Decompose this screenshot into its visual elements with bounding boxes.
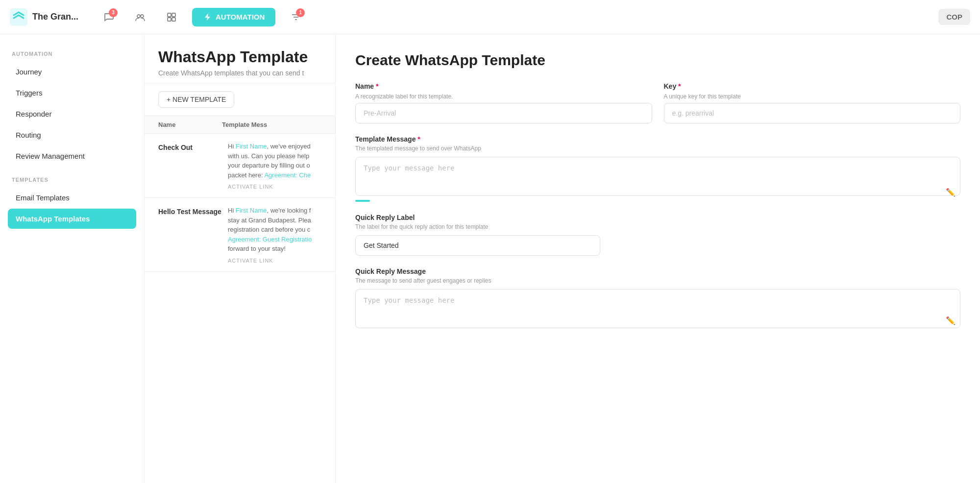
quick-reply-message-textarea[interactable] — [355, 289, 960, 328]
template-message-label: Template Message * — [355, 135, 960, 143]
template-name: Check Out — [158, 142, 222, 190]
template-name: Hello Test Message — [158, 206, 222, 264]
sidebar-item-routing[interactable]: Routing — [8, 125, 136, 145]
key-label: Key * — [664, 82, 961, 90]
activate-link: ACTIVATE LINK — [228, 184, 321, 190]
key-required: * — [678, 82, 681, 90]
name-key-row: Name * A recognizable label for this tem… — [355, 82, 960, 123]
quick-reply-label-hint: The label for the quick reply action for… — [355, 223, 960, 230]
template-message-textarea[interactable] — [355, 157, 960, 196]
key-form-group: Key * A unique key for this template — [664, 82, 961, 123]
svg-point-1 — [137, 15, 140, 18]
quick-reply-message-heading: Quick Reply Message — [355, 267, 960, 275]
svg-rect-4 — [172, 13, 175, 17]
create-form-title: Create WhatsApp Template — [355, 52, 960, 69]
name-form-group: Name * A recognizable label for this tem… — [355, 82, 652, 123]
group-icon — [135, 12, 146, 23]
quick-reply-label-input[interactable] — [355, 235, 600, 256]
new-template-button[interactable]: + NEW TEMPLATE — [158, 91, 234, 108]
svg-rect-5 — [168, 18, 171, 21]
edit-icon: ✏️ — [946, 188, 956, 197]
name-label: Name * — [355, 82, 652, 90]
edit-icon-2: ✏️ — [946, 316, 956, 325]
table-row[interactable]: Hello Test Message Hi First Name, we're … — [145, 198, 335, 272]
sidebar-item-email-templates[interactable]: Email Templates — [8, 188, 136, 208]
first-name-link-2: First Name — [236, 207, 267, 214]
automation-nav-button[interactable]: AUTOMATION — [192, 8, 275, 26]
name-required: * — [376, 82, 378, 90]
logo-area: The Gran... — [10, 8, 78, 26]
quick-reply-message-section: Quick Reply Message The message to send … — [355, 267, 960, 330]
key-input[interactable] — [664, 103, 961, 123]
lightning-icon — [203, 13, 212, 22]
svg-rect-6 — [172, 18, 175, 21]
col-header-message: Template Mess — [222, 121, 321, 128]
main-content: AUTOMATION Journey Triggers Responder Ro… — [0, 34, 980, 483]
agreement-link: Agreement: Che — [264, 171, 311, 179]
app-name: The Gran... — [32, 12, 78, 22]
template-message-hint: The templated message to send over Whats… — [355, 145, 960, 152]
automation-btn-label: AUTOMATION — [216, 13, 265, 21]
filter-badge: 1 — [296, 8, 305, 17]
templates-header: WhatsApp Template Create WhatsApp templa… — [145, 34, 335, 83]
templates-toolbar: + NEW TEMPLATE — [145, 83, 335, 116]
grid-nav-button[interactable] — [161, 6, 182, 28]
templates-subtitle: Create WhatsApp templates that you can s… — [158, 69, 321, 77]
quick-reply-label-heading: Quick Reply Label — [355, 214, 960, 221]
template-message-text: Hi First Name, we've enjoyed with us. Ca… — [228, 142, 321, 180]
agreement-link-2: Agreement: Guest Registratio — [228, 236, 312, 243]
template-message-required: * — [417, 135, 420, 143]
svg-rect-0 — [10, 8, 27, 26]
svg-rect-3 — [168, 13, 171, 17]
template-message-text: Hi First Name, we're looking f stay at G… — [228, 206, 321, 254]
table-row[interactable]: Check Out Hi First Name, we've enjoyed w… — [145, 134, 335, 198]
svg-point-2 — [141, 15, 144, 18]
first-name-link: First Name — [236, 143, 267, 150]
key-hint: A unique key for this template — [664, 93, 961, 100]
sidebar-item-review-management[interactable]: Review Management — [8, 146, 136, 166]
textarea-progress-bar — [355, 200, 370, 202]
chat-badge: 3 — [109, 8, 118, 17]
chat-nav-button[interactable]: 3 — [98, 6, 120, 28]
templates-list-panel: WhatsApp Template Create WhatsApp templa… — [145, 34, 336, 483]
filter-nav-button[interactable]: 1 — [285, 6, 307, 28]
template-message-wrapper: ✏️ Mini Apps › Customer › Reservatio — [355, 157, 960, 202]
quick-reply-message-wrapper: ✏️ — [355, 289, 960, 330]
template-content: Hi First Name, we've enjoyed with us. Ca… — [228, 142, 321, 190]
template-message-section: Template Message * The templated message… — [355, 135, 960, 202]
sidebar-item-responder[interactable]: Responder — [8, 104, 136, 124]
templates-table-header: Name Template Mess — [145, 116, 335, 134]
logo-icon — [10, 8, 27, 26]
sidebar-item-triggers[interactable]: Triggers — [8, 83, 136, 103]
automation-section-title: AUTOMATION — [8, 51, 136, 57]
sidebar-item-journey[interactable]: Journey — [8, 62, 136, 82]
quick-reply-label-section: Quick Reply Label The label for the quic… — [355, 214, 960, 256]
sidebar: AUTOMATION Journey Triggers Responder Ro… — [0, 34, 145, 483]
group-nav-button[interactable] — [129, 6, 151, 28]
templates-section-title: TEMPLATES — [8, 177, 136, 183]
templates-title: WhatsApp Template — [158, 48, 321, 66]
create-form-panel: Create WhatsApp Template Name * A recogn… — [336, 34, 980, 483]
template-content: Hi First Name, we're looking f stay at G… — [228, 206, 321, 264]
quick-reply-message-hint: The message to send after guest engages … — [355, 277, 960, 284]
name-hint: A recognizable label for this template. — [355, 93, 652, 100]
col-header-name: Name — [158, 121, 222, 128]
sidebar-item-whatsapp-templates[interactable]: WhatsApp Templates — [8, 209, 136, 229]
templates-list: Check Out Hi First Name, we've enjoyed w… — [145, 134, 335, 483]
name-input[interactable] — [355, 103, 652, 123]
activate-link-2: ACTIVATE LINK — [228, 258, 321, 264]
grid-icon — [166, 12, 177, 23]
top-navigation: The Gran... 3 AUTOMATION — [0, 0, 980, 34]
cop-badge: COP — [938, 9, 970, 25]
